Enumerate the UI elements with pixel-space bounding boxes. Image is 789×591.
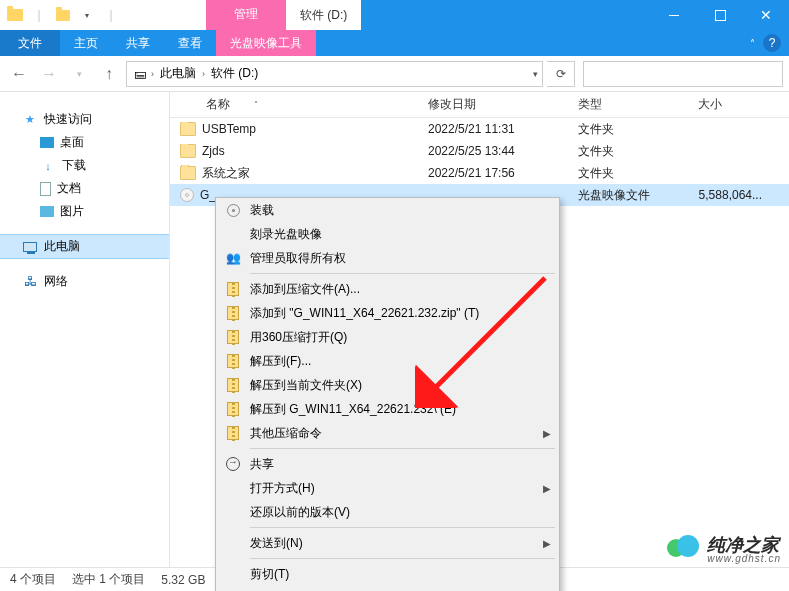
quick-access-toolbar: | ▾ | <box>0 0 126 30</box>
ribbon-collapse-icon[interactable]: ˄ <box>750 38 755 49</box>
sidebar-item-downloads[interactable]: ↓ 下载 <box>0 154 169 177</box>
tab-disc-tools[interactable]: 光盘映像工具 <box>216 30 316 56</box>
col-size[interactable]: 大小 <box>690 96 770 113</box>
file-type: 文件夹 <box>570 143 690 160</box>
sidebar-item-network[interactable]: 🖧 网络 <box>0 270 169 293</box>
tab-home[interactable]: 主页 <box>60 30 112 56</box>
file-name: G_ <box>200 188 216 202</box>
chevron-right-icon[interactable]: › <box>202 69 205 79</box>
maximize-button[interactable] <box>697 0 743 30</box>
minimize-button[interactable] <box>651 0 697 30</box>
contextual-tabs: 管理 软件 (D:) <box>206 0 361 30</box>
close-button[interactable]: ✕ <box>743 0 789 30</box>
sidebar-item-documents[interactable]: 文档 <box>0 177 169 200</box>
col-type[interactable]: 类型 <box>570 96 690 113</box>
shield-icon: 👥 <box>224 249 242 267</box>
iso-icon <box>180 188 194 202</box>
table-row[interactable]: Zjds 2022/5/25 13:44 文件夹 <box>170 140 789 162</box>
search-input[interactable] <box>583 61 783 87</box>
breadcrumb[interactable]: 🖴 › 此电脑 › 软件 (D:) ▾ <box>126 61 543 87</box>
col-name[interactable]: 名称˄ <box>170 96 420 113</box>
archive-icon <box>224 328 242 346</box>
pc-icon <box>22 239 38 255</box>
ctx-add-archive[interactable]: 添加到压缩文件(A)... <box>216 277 559 301</box>
file-name: 系统之家 <box>202 165 250 182</box>
submenu-arrow-icon: ▶ <box>543 428 551 439</box>
qat-dropdown-icon[interactable]: ▾ <box>76 4 98 26</box>
menu-separator <box>250 527 555 528</box>
breadcrumb-dropdown-icon[interactable]: ▾ <box>533 69 538 79</box>
ribbon-tabs: 文件 主页 共享 查看 光盘映像工具 ˄ ? <box>0 30 789 56</box>
ribbon-right: ˄ ? <box>742 30 789 56</box>
star-icon: ★ <box>22 112 38 128</box>
tab-share[interactable]: 共享 <box>112 30 164 56</box>
ctx-extract-to[interactable]: 解压到(F)... <box>216 349 559 373</box>
table-row[interactable]: USBTemp 2022/5/21 11:31 文件夹 <box>170 118 789 140</box>
watermark-url: www.gdhst.cn <box>707 554 781 564</box>
file-name: Zjds <box>202 144 225 158</box>
sidebar-label: 快速访问 <box>44 111 92 128</box>
submenu-arrow-icon: ▶ <box>543 538 551 549</box>
file-date: 2022/5/25 13:44 <box>420 144 570 158</box>
qat-sep2: | <box>100 4 122 26</box>
folder-icon <box>180 166 196 180</box>
submenu-arrow-icon: ▶ <box>543 483 551 494</box>
document-icon <box>40 182 51 196</box>
up-button[interactable]: ↑ <box>96 61 122 87</box>
forward-button[interactable]: → <box>36 61 62 87</box>
ctx-restore[interactable]: 还原以前的版本(V) <box>216 500 559 524</box>
ctx-share[interactable]: 共享 <box>216 452 559 476</box>
share-icon <box>224 455 242 473</box>
menu-separator <box>250 273 555 274</box>
ctx-open-with[interactable]: 打开方式(H)▶ <box>216 476 559 500</box>
ctx-copy[interactable]: 复制(C) <box>216 586 559 591</box>
file-type: 文件夹 <box>570 121 690 138</box>
column-headers: 名称˄ 修改日期 类型 大小 <box>170 92 789 118</box>
archive-icon <box>224 400 242 418</box>
disc-icon <box>224 201 242 219</box>
ctx-send-to[interactable]: 发送到(N)▶ <box>216 531 559 555</box>
file-rows: USBTemp 2022/5/21 11:31 文件夹 Zjds 2022/5/… <box>170 118 789 206</box>
file-date: 2022/5/21 17:56 <box>420 166 570 180</box>
col-date[interactable]: 修改日期 <box>420 96 570 113</box>
chevron-right-icon[interactable]: › <box>151 69 154 79</box>
manage-tab[interactable]: 管理 <box>206 0 286 30</box>
breadcrumb-this-pc[interactable]: 此电脑 <box>156 65 200 82</box>
ctx-open-360[interactable]: 用360压缩打开(Q) <box>216 325 559 349</box>
ctx-other-compress[interactable]: 其他压缩命令▶ <box>216 421 559 445</box>
sort-indicator-icon: ˄ <box>254 100 258 109</box>
ctx-burn[interactable]: 刻录光盘映像 <box>216 222 559 246</box>
status-selected: 选中 1 个项目 <box>72 571 145 588</box>
ctx-admin[interactable]: 👥管理员取得所有权 <box>216 246 559 270</box>
back-button[interactable]: ← <box>6 61 32 87</box>
ctx-extract-named[interactable]: 解压到 G_WIN11_X64_22621.232\ (E) <box>216 397 559 421</box>
breadcrumb-drive[interactable]: 软件 (D:) <box>207 65 262 82</box>
tab-file[interactable]: 文件 <box>0 30 60 56</box>
qat-sep: | <box>28 4 50 26</box>
props-qat-icon[interactable] <box>52 4 74 26</box>
menu-separator <box>250 558 555 559</box>
help-icon[interactable]: ? <box>763 34 781 52</box>
archive-icon <box>224 424 242 442</box>
folder-icon <box>180 144 196 158</box>
ctx-add-zip[interactable]: 添加到 "G_WIN11_X64_22621.232.zip" (T) <box>216 301 559 325</box>
refresh-button[interactable]: ⟳ <box>547 61 575 87</box>
sidebar-item-pictures[interactable]: 图片 <box>0 200 169 223</box>
folder-icon <box>180 122 196 136</box>
tab-view[interactable]: 查看 <box>164 30 216 56</box>
sidebar-item-this-pc[interactable]: 此电脑 <box>0 235 169 258</box>
ctx-cut[interactable]: 剪切(T) <box>216 562 559 586</box>
file-date: 2022/5/21 11:31 <box>420 122 570 136</box>
ctx-mount[interactable]: 装载 <box>216 198 559 222</box>
recent-dropdown-icon[interactable]: ▾ <box>66 61 92 87</box>
window-controls: ✕ <box>651 0 789 30</box>
title-bar: | ▾ | 管理 软件 (D:) ✕ <box>0 0 789 30</box>
folder-qat-icon[interactable] <box>4 4 26 26</box>
sidebar-item-quick-access[interactable]: ★ 快速访问 <box>0 108 169 131</box>
file-type: 光盘映像文件 <box>570 187 690 204</box>
sidebar-item-desktop[interactable]: 桌面 <box>0 131 169 154</box>
file-type: 文件夹 <box>570 165 690 182</box>
watermark-title: 纯净之家 <box>707 536 781 554</box>
table-row[interactable]: 系统之家 2022/5/21 17:56 文件夹 <box>170 162 789 184</box>
ctx-extract-here[interactable]: 解压到当前文件夹(X) <box>216 373 559 397</box>
